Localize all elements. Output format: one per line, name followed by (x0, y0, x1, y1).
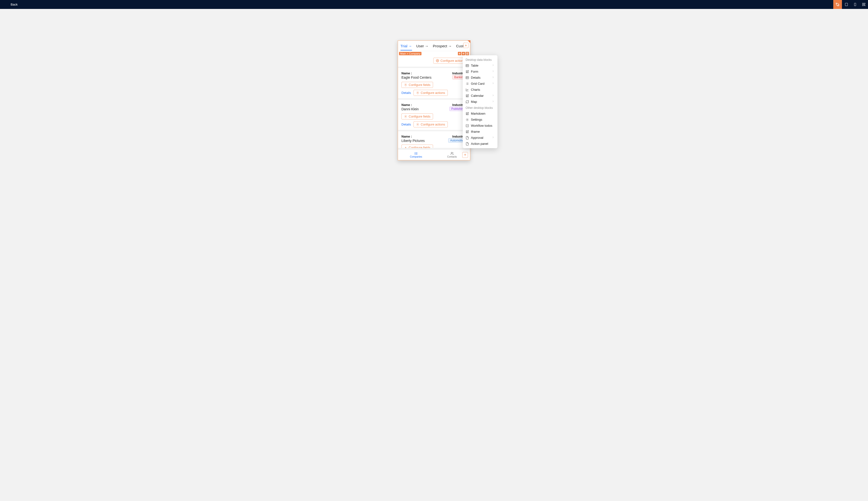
subbar: Main > Company (398, 51, 470, 56)
svg-point-10 (405, 116, 406, 117)
chevron-right-icon (492, 100, 495, 104)
configure-fields-button[interactable]: Configure fields (401, 114, 433, 119)
popover-item-label: Charts (471, 88, 480, 92)
popover-item-approval[interactable]: Approval (463, 135, 497, 141)
name-label: Name : (401, 72, 432, 75)
nav-label: Companies (410, 156, 422, 158)
users-icon (450, 152, 454, 155)
company-card: Name : Liberty Pictures Industry : Autom… (398, 131, 470, 149)
bottom-nav: Companies Contacts ＋ (398, 149, 470, 160)
company-name: Danni Klein (401, 107, 419, 111)
popover-item-map[interactable]: Map (463, 99, 497, 105)
pen-icon (836, 3, 839, 7)
list-icon (466, 82, 469, 85)
svg-point-11 (417, 124, 418, 125)
tab-prospect[interactable]: Prospect → (433, 44, 452, 51)
gear-icon (416, 123, 419, 126)
popover-item-label: Details (471, 76, 480, 79)
configure-actions-button[interactable]: Configure actions (413, 90, 448, 96)
qr-button[interactable] (859, 0, 868, 9)
popover-item-details[interactable]: Details (463, 75, 497, 81)
grid-icon (466, 64, 469, 67)
popover-item-iframe[interactable]: Iframe (463, 129, 497, 135)
list-view-button[interactable] (466, 52, 469, 55)
popover-item-charts[interactable]: Charts (463, 87, 497, 93)
svg-rect-4 (862, 5, 863, 6)
list-icon (466, 52, 468, 55)
configure-actions-button[interactable]: Configure actions (413, 121, 448, 127)
add-block-button-2[interactable] (462, 52, 465, 55)
tab-user[interactable]: User → (416, 44, 429, 51)
back-button[interactable]: Back (0, 3, 18, 6)
map-icon (466, 100, 469, 104)
mobile-device-preview: Trial → User → Prospect → Customer ＋ Mai… (398, 40, 470, 160)
arrow-right-icon: → (409, 44, 412, 48)
add-nav-button[interactable]: ＋ (462, 152, 468, 158)
chevron-right-icon (492, 70, 495, 73)
configure-fields-label: Configure fields (409, 146, 430, 148)
chevron-right-icon (492, 64, 495, 67)
popover-item-settings[interactable]: Settings (463, 117, 497, 122)
configure-fields-label: Configure fields (409, 83, 430, 87)
doc-icon (466, 142, 469, 146)
popover-heading: Desktop data blocks (463, 57, 497, 63)
details-link[interactable]: Details (401, 91, 411, 95)
topbar: Back (0, 0, 868, 9)
configure-actions-label: Configure actions (421, 122, 445, 126)
svg-rect-3 (864, 3, 865, 4)
gear-icon (466, 118, 469, 121)
qr-icon (862, 3, 866, 6)
configure-actions-label: Configure actions (421, 91, 445, 95)
popover-item-form[interactable]: Form (463, 68, 497, 75)
gear-icon (416, 91, 419, 94)
tabs-bar: Trial → User → Prospect → Customer ＋ (398, 41, 470, 51)
configure-actions-button[interactable]: Configure actions (433, 58, 468, 64)
add-tab-button[interactable]: ＋ (463, 43, 468, 48)
tablet-preview-button[interactable] (842, 0, 850, 9)
popover-item-markdown[interactable]: Markdown (463, 110, 497, 117)
list-icon (414, 152, 418, 155)
design-mode-button[interactable] (833, 0, 842, 9)
popover-item-calendar[interactable]: Calendar (463, 93, 497, 99)
header-configure-row: Configure actions (398, 56, 470, 68)
tab-trial[interactable]: Trial → (400, 44, 412, 51)
popover-item-workflow-todos[interactable]: Workflow todos (463, 122, 497, 129)
svg-point-7 (437, 60, 438, 61)
chevron-right-icon (492, 94, 495, 97)
configure-fields-button[interactable]: Configure fields (401, 145, 433, 148)
configure-fields-button[interactable]: Configure fields (401, 82, 433, 88)
popover-item-action-panel[interactable]: Action panel (463, 141, 497, 147)
details-link[interactable]: Details (401, 122, 411, 126)
popover-item-label: Calendar (471, 94, 484, 97)
popover-item-label: Workflow todos (471, 124, 492, 127)
mobile-preview-button[interactable] (850, 0, 859, 9)
popover-item-table[interactable]: Table (463, 63, 497, 68)
svg-rect-1 (854, 3, 856, 6)
nav-companies[interactable]: Companies (398, 152, 434, 158)
popover-item-grid-card[interactable]: Grid Card (463, 81, 497, 87)
nav-label: Contacts (447, 156, 457, 158)
tablet-icon (845, 3, 848, 6)
popover-item-label: Settings (471, 118, 482, 121)
add-block-button[interactable] (458, 52, 461, 55)
chevron-right-icon (492, 76, 495, 79)
popover-item-label: Iframe (471, 130, 480, 134)
gear-icon (436, 59, 439, 62)
popover-heading: Other desktop blocks (463, 105, 497, 110)
plus-icon: ＋ (463, 152, 467, 157)
arrow-right-icon: → (448, 44, 452, 48)
svg-rect-6 (865, 5, 865, 6)
configure-fields-label: Configure fields (409, 115, 430, 118)
arrow-right-icon: → (425, 44, 428, 48)
svg-point-12 (405, 147, 406, 148)
breadcrumb: Main > Company (399, 52, 422, 55)
cards-list: Name : Eagle Food Centers Industry : Ban… (398, 68, 470, 149)
chevron-right-icon (492, 82, 495, 85)
grid-icon (466, 76, 469, 79)
svg-point-17 (415, 153, 415, 153)
company-name: Eagle Food Centers (401, 76, 432, 79)
chart-icon (466, 88, 469, 92)
edit-icon (466, 130, 469, 134)
svg-point-19 (451, 152, 452, 153)
tab-label: Trial (400, 44, 408, 48)
